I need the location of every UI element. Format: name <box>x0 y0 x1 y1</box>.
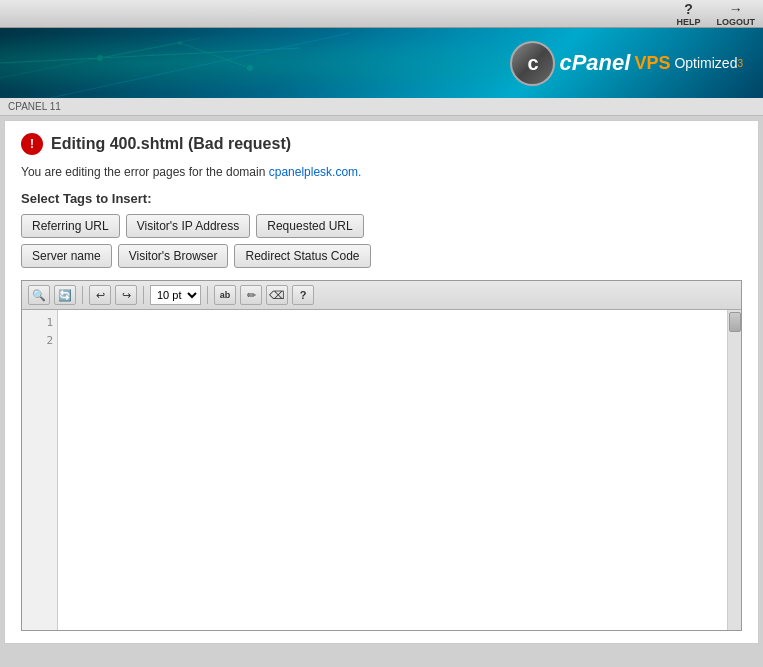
page-title: Editing 400.shtml (Bad request) <box>51 135 291 153</box>
eraser-toolbar-button[interactable]: ⌫ <box>266 285 288 305</box>
content-area: ! Editing 400.shtml (Bad request) You ar… <box>4 120 759 644</box>
help-label: HELP <box>676 17 700 27</box>
redirect-status-button[interactable]: Redirect Status Code <box>234 244 370 268</box>
redo-toolbar-button[interactable]: ↪ <box>115 285 137 305</box>
visitor-ip-button[interactable]: Visitor's IP Address <box>126 214 251 238</box>
warning-icon: ! <box>21 133 43 155</box>
svg-line-7 <box>180 43 250 68</box>
font-size-select[interactable]: 10 pt 12 pt 14 pt 16 pt <box>150 285 201 305</box>
pencil-toolbar-button[interactable]: ✏ <box>240 285 262 305</box>
visitor-browser-button[interactable]: Visitor's Browser <box>118 244 229 268</box>
help-nav[interactable]: ? HELP <box>676 1 700 27</box>
cpanel-logo-icon: c <box>510 41 555 86</box>
breadcrumb-bar: cPanel 11 <box>0 98 763 116</box>
domain-info: You are editing the error pages for the … <box>21 165 742 179</box>
top-bar-right: ? HELP → LOGOUT <box>676 1 755 27</box>
server-name-button[interactable]: Server name <box>21 244 112 268</box>
cpanel-brand-text: cPanel <box>559 50 630 76</box>
refresh-toolbar-button[interactable]: 🔄 <box>54 285 76 305</box>
scrollbar-thumb[interactable] <box>729 312 741 332</box>
toolbar-separator-3 <box>207 286 208 304</box>
toolbar-separator-2 <box>143 286 144 304</box>
search-toolbar-button[interactable]: 🔍 <box>28 285 50 305</box>
help-toolbar-button[interactable]: ? <box>292 285 314 305</box>
banner-logo: c cPanel VPS Optimized 3 <box>510 41 743 86</box>
requested-url-button[interactable]: Requested URL <box>256 214 363 238</box>
editor-body: 1 2 <box>22 310 741 630</box>
svg-line-0 <box>0 48 300 63</box>
logout-nav[interactable]: → LOGOUT <box>717 1 756 27</box>
editor-wrapper: 🔍 🔄 ↩ ↪ 10 pt 12 pt 14 pt 16 pt ab ✏ ⌫ ?… <box>21 280 742 631</box>
banner: c cPanel VPS Optimized 3 <box>0 28 763 98</box>
highlight-toolbar-button[interactable]: ab <box>214 285 236 305</box>
tag-row-1: Referring URL Visitor's IP Address Reque… <box>21 214 742 238</box>
editor-textarea[interactable] <box>58 310 727 630</box>
line-num-1: 1 <box>22 314 57 332</box>
breadcrumb-label: cPanel 11 <box>8 101 61 112</box>
referring-url-button[interactable]: Referring URL <box>21 214 120 238</box>
optimized-text: Optimized <box>674 55 737 71</box>
editor-toolbar: 🔍 🔄 ↩ ↪ 10 pt 12 pt 14 pt 16 pt ab ✏ ⌫ ? <box>22 281 741 310</box>
domain-link[interactable]: cpanelplesk.com. <box>269 165 362 179</box>
toolbar-separator-1 <box>82 286 83 304</box>
logout-label: LOGOUT <box>717 17 756 27</box>
line-num-2: 2 <box>22 332 57 350</box>
tags-label: Select Tags to Insert: <box>21 191 742 206</box>
editor-scrollbar[interactable] <box>727 310 741 630</box>
top-bar: ? HELP → LOGOUT <box>0 0 763 28</box>
tag-row-2: Server name Visitor's Browser Redirect S… <box>21 244 742 268</box>
undo-toolbar-button[interactable]: ↩ <box>89 285 111 305</box>
domain-prefix: You are editing the error pages for the … <box>21 165 265 179</box>
vps-text: VPS <box>634 53 670 74</box>
svg-line-2 <box>50 33 350 98</box>
page-title-row: ! Editing 400.shtml (Bad request) <box>21 133 742 155</box>
line-numbers: 1 2 <box>22 310 58 630</box>
version-badge: 3 <box>737 58 743 69</box>
